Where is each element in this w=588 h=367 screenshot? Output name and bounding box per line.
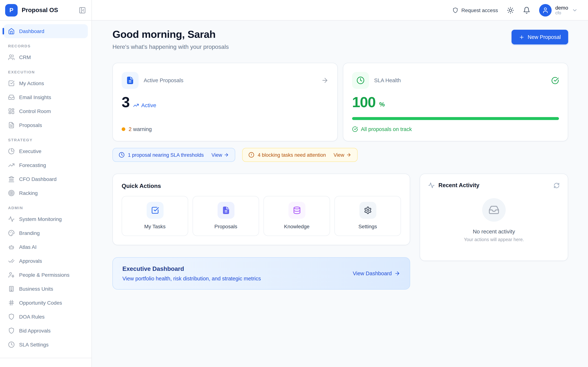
building-icon	[8, 285, 15, 292]
sidebar-item-email-insights[interactable]: Email Insights	[4, 90, 88, 104]
panel-left-close-icon	[79, 6, 86, 14]
clock-icon	[352, 72, 369, 89]
sidebar-item-control-room[interactable]: Control Room	[4, 104, 88, 118]
active-proposals-card[interactable]: Active Proposals 3 Active 2 warning	[112, 63, 338, 141]
sla-health-card[interactable]: SLA Health 100 % All proposals on track	[343, 63, 568, 141]
new-proposal-button[interactable]: New Proposal	[511, 30, 568, 44]
sidebar-footer-divider	[0, 358, 92, 367]
notifications-button[interactable]	[523, 6, 530, 14]
trending-up-icon	[8, 162, 15, 168]
refresh-button[interactable]	[553, 182, 560, 188]
request-access-label: Request access	[461, 7, 498, 13]
sidebar-item-label: Executive	[19, 148, 41, 154]
view-dashboard-link[interactable]: View Dashboard	[353, 270, 400, 276]
sidebar-item-label: Bid Approvals	[19, 328, 51, 334]
app-root: P Proposal OS Dashboard RECORDS CRM EXEC…	[0, 0, 588, 367]
sidebar-item-label: Forecasting	[19, 162, 46, 168]
quick-action-knowledge[interactable]: Knowledge	[263, 196, 330, 236]
sidebar-collapse-button[interactable]	[78, 5, 87, 15]
sidebar-item-my-actions[interactable]: My Actions	[4, 76, 88, 90]
sidebar-item-atlas-ai[interactable]: Atlas AI	[4, 240, 88, 254]
check-check-icon	[8, 258, 15, 264]
greeting-block: Good morning, Sarah Here's what's happen…	[112, 29, 229, 50]
quick-action-settings[interactable]: Settings	[334, 196, 401, 236]
bell-icon	[523, 6, 530, 14]
pie-chart-icon	[8, 148, 15, 155]
app-logo: P	[5, 4, 18, 16]
sidebar-nav: Dashboard RECORDS CRM EXECUTION My Actio…	[0, 21, 92, 358]
sidebar-item-opportunity-codes[interactable]: Opportunity Codes	[4, 296, 88, 310]
sidebar-header: P Proposal OS	[0, 0, 92, 21]
quick-action-my-tasks[interactable]: My Tasks	[122, 196, 188, 236]
sidebar-item-cfo-dashboard[interactable]: CFO Dashboard	[4, 172, 88, 186]
arrow-right-icon[interactable]	[321, 77, 329, 84]
sidebar-item-label: DOA Rules	[19, 314, 45, 320]
sla-status: All proposals on track	[352, 126, 559, 132]
sidebar-item-bid-approvals[interactable]: Bid Approvals	[4, 324, 88, 338]
inbox-icon	[8, 94, 15, 100]
recent-activity-card: Recent Activity No recent activity Your …	[420, 174, 568, 261]
view-sla-alert-link[interactable]: View	[211, 152, 229, 158]
sidebar-item-sla-settings[interactable]: SLA Settings	[4, 338, 88, 351]
sla-status-label: All proposals on track	[361, 126, 412, 132]
arrow-right-icon	[224, 152, 229, 158]
user-menu[interactable]: demo cfo	[539, 4, 578, 16]
sun-icon	[507, 6, 514, 14]
sidebar-item-crm[interactable]: CRM	[4, 50, 88, 64]
file-text-icon	[8, 122, 15, 128]
gear-icon	[359, 202, 376, 219]
quick-action-proposals[interactable]: Proposals	[193, 196, 259, 236]
home-icon	[8, 28, 15, 34]
stats-row: Active Proposals 3 Active 2 warning	[112, 63, 568, 141]
sidebar-item-label: Branding	[19, 230, 40, 236]
warning-dot-icon	[122, 127, 125, 131]
landmark-icon	[8, 176, 15, 182]
file-filled-icon	[217, 202, 234, 219]
trend-badge: Active	[133, 102, 156, 109]
card-header: SLA Health	[352, 72, 559, 89]
sidebar-item-people-permissions[interactable]: People & Permissions	[4, 268, 88, 282]
clock-icon	[8, 341, 15, 348]
activity-icon	[8, 216, 15, 222]
sidebar-item-label: System Monitoring	[19, 216, 62, 222]
sidebar-item-label: My Actions	[19, 80, 44, 86]
lower-grid: Quick Actions My Tasks Proposals	[112, 174, 568, 290]
alert-text: 4 blocking tasks need attention	[258, 152, 326, 158]
sidebar-item-business-units[interactable]: Business Units	[4, 282, 88, 296]
chevron-down-icon	[572, 7, 578, 13]
sidebar-item-executive[interactable]: Executive	[4, 144, 88, 158]
sidebar-item-label: SLA Settings	[19, 342, 49, 348]
hash-icon	[8, 300, 15, 306]
recent-activity-header: Recent Activity	[428, 182, 560, 189]
sidebar-item-racking[interactable]: Racking	[4, 186, 88, 200]
sidebar-item-label: Approvals	[19, 258, 42, 264]
users-icon	[8, 54, 15, 60]
sidebar-item-branding[interactable]: Branding	[4, 226, 88, 240]
inbox-icon	[482, 198, 506, 222]
sidebar-item-system-monitoring[interactable]: System Monitoring	[4, 212, 88, 226]
request-access-button[interactable]: Request access	[453, 7, 498, 13]
bot-icon	[8, 244, 15, 250]
sidebar-item-proposals[interactable]: Proposals	[4, 118, 88, 132]
sidebar-item-dashboard[interactable]: Dashboard	[4, 24, 88, 38]
sidebar-section-execution: EXECUTION	[8, 70, 88, 74]
sidebar-item-doa-rules[interactable]: DOA Rules	[4, 310, 88, 324]
empty-state-subtitle: Your actions will appear here.	[464, 237, 524, 242]
app-title: Proposal OS	[22, 7, 78, 14]
sidebar-item-label: Atlas AI	[19, 244, 36, 250]
sidebar-item-label: Racking	[19, 190, 38, 196]
user-icon	[542, 7, 549, 13]
sidebar-item-label: Dashboard	[19, 28, 44, 34]
theme-toggle-button[interactable]	[507, 6, 514, 14]
sla-threshold-alert: 1 proposal nearing SLA thresholds View	[112, 148, 235, 162]
sidebar-section-strategy: STRATEGY	[8, 138, 88, 142]
sidebar-item-forecasting[interactable]: Forecasting	[4, 158, 88, 172]
file-filled-icon	[122, 72, 138, 89]
sidebar-item-label: CFO Dashboard	[19, 176, 57, 182]
sidebar-item-approvals[interactable]: Approvals	[4, 254, 88, 268]
quick-action-label: Proposals	[215, 224, 237, 229]
alert-text: 1 proposal nearing SLA thresholds	[128, 152, 204, 158]
executive-dashboard-banner: Executive Dashboard View portfolio healt…	[112, 257, 410, 290]
view-blocking-tasks-link[interactable]: View	[334, 152, 351, 158]
main-area: Request access demo cfo Good morning, Sa…	[92, 0, 588, 367]
